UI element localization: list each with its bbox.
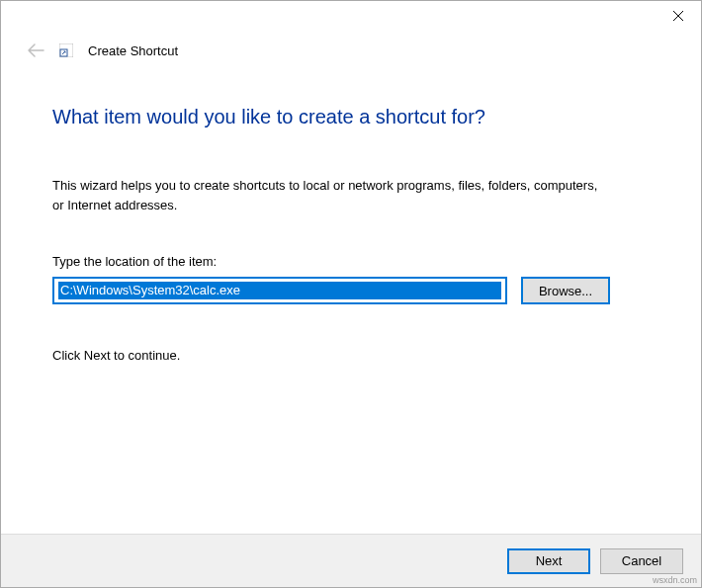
location-label: Type the location of the item: xyxy=(52,254,650,269)
wizard-content: What item would you like to create a sho… xyxy=(1,68,701,363)
location-input-row: Browse... xyxy=(52,277,650,304)
page-heading: What item would you like to create a sho… xyxy=(52,106,650,128)
close-icon xyxy=(673,7,683,25)
location-input[interactable] xyxy=(58,282,501,299)
close-button[interactable] xyxy=(656,1,701,31)
cancel-button[interactable]: Cancel xyxy=(600,548,683,574)
title-bar xyxy=(1,1,701,37)
continue-text: Click Next to continue. xyxy=(52,348,650,363)
wizard-title: Create Shortcut xyxy=(88,43,178,58)
next-button[interactable]: Next xyxy=(507,548,590,574)
back-arrow-icon xyxy=(27,43,44,57)
shortcut-icon xyxy=(58,42,74,58)
wizard-header: Create Shortcut xyxy=(1,37,701,68)
watermark: wsxdn.com xyxy=(653,575,697,585)
wizard-footer: Next Cancel xyxy=(1,534,701,587)
location-input-wrap[interactable] xyxy=(52,277,507,304)
browse-button[interactable]: Browse... xyxy=(521,277,610,304)
wizard-description: This wizard helps you to create shortcut… xyxy=(52,176,606,214)
